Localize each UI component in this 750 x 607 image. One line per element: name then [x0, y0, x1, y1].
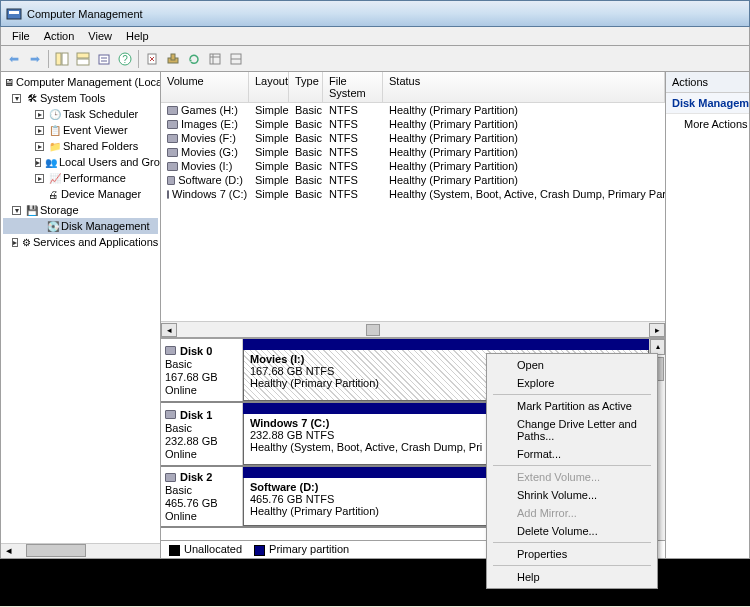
- tree-local-users[interactable]: ▸👥Local Users and Groups: [3, 154, 158, 170]
- vol-name: Windows 7 (C:): [172, 188, 247, 200]
- menu-help[interactable]: Help: [119, 29, 156, 43]
- disk-label[interactable]: Disk 2Basic465.76 GBOnline: [161, 467, 243, 526]
- volume-icon: [167, 176, 175, 185]
- vol-name: Movies (F:): [181, 132, 236, 144]
- disk-size: 465.76 GB: [165, 497, 238, 509]
- volume-hscrollbar[interactable]: ◂ ▸: [161, 321, 665, 337]
- actions-diskmgmt[interactable]: Disk Management: [666, 93, 749, 114]
- actions-pane: Actions Disk Management More Actions: [666, 72, 749, 558]
- partition-status: Healthy (Primary Partition): [250, 505, 379, 517]
- disk-icon: [165, 410, 176, 419]
- volume-row[interactable]: Movies (I:)SimpleBasicNTFSHealthy (Prima…: [161, 159, 665, 173]
- vol-type: Basic: [289, 104, 323, 116]
- collapse-icon[interactable]: ▾: [12, 94, 21, 103]
- vol-name: Images (E:): [181, 118, 238, 130]
- disk-status: Online: [165, 510, 238, 522]
- menu-view[interactable]: View: [81, 29, 119, 43]
- scroll-right-icon[interactable]: ▸: [649, 323, 665, 337]
- tree-task-scheduler[interactable]: ▸🕒Task Scheduler: [3, 106, 158, 122]
- col-layout[interactable]: Layout: [249, 72, 289, 102]
- ctx-mark-active[interactable]: Mark Partition as Active: [489, 397, 655, 415]
- tool-button-6[interactable]: [163, 49, 183, 69]
- ctx-shrink[interactable]: Shrink Volume...: [489, 486, 655, 504]
- help-button[interactable]: ?: [115, 49, 135, 69]
- expand-icon[interactable]: ▸: [35, 126, 44, 135]
- context-menu: Open Explore Mark Partition as Active Ch…: [486, 353, 658, 589]
- disk-icon: 💽: [46, 220, 59, 233]
- tree-services[interactable]: ▸⚙Services and Applications: [3, 234, 158, 250]
- expand-icon[interactable]: ▸: [35, 158, 41, 167]
- volume-row[interactable]: Windows 7 (C:)SimpleBasicNTFSHealthy (Sy…: [161, 187, 665, 201]
- volume-row[interactable]: Software (D:)SimpleBasicNTFSHealthy (Pri…: [161, 173, 665, 187]
- col-fs[interactable]: File System: [323, 72, 383, 102]
- collapse-icon[interactable]: ▾: [12, 206, 21, 215]
- toolbar: ⬅ ➡ ?: [0, 46, 750, 72]
- primary-swatch-icon: [254, 545, 265, 556]
- disk-title: Disk 0: [180, 345, 212, 357]
- expand-icon[interactable]: ▸: [12, 238, 18, 247]
- vol-fs: NTFS: [323, 146, 383, 158]
- disk-status: Online: [165, 448, 238, 460]
- menu-action[interactable]: Action: [37, 29, 82, 43]
- services-icon: ⚙: [22, 236, 31, 249]
- properties-button[interactable]: [94, 49, 114, 69]
- tool-button-8[interactable]: [205, 49, 225, 69]
- svg-rect-14: [210, 54, 220, 64]
- tree-shared-folders[interactable]: ▸📁Shared Folders: [3, 138, 158, 154]
- disk-status: Online: [165, 384, 238, 396]
- tree-systools[interactable]: ▾🛠System Tools: [3, 90, 158, 106]
- volume-row[interactable]: Games (H:)SimpleBasicNTFSHealthy (Primar…: [161, 103, 665, 117]
- volume-row[interactable]: Movies (F:)SimpleBasicNTFSHealthy (Prima…: [161, 131, 665, 145]
- disk-label[interactable]: Disk 1Basic232.88 GBOnline: [161, 403, 243, 465]
- col-volume[interactable]: Volume: [161, 72, 249, 102]
- view-button-2[interactable]: [73, 49, 93, 69]
- vol-status: Healthy (System, Boot, Active, Crash Dum…: [383, 188, 665, 200]
- tree-hscrollbar[interactable]: ◂: [1, 543, 160, 558]
- expand-icon[interactable]: ▸: [35, 174, 44, 183]
- forward-button[interactable]: ➡: [25, 49, 45, 69]
- volume-row[interactable]: Movies (G:)SimpleBasicNTFSHealthy (Prima…: [161, 145, 665, 159]
- tree-performance[interactable]: ▸📈Performance: [3, 170, 158, 186]
- svg-rect-13: [171, 54, 175, 60]
- tree-label: Device Manager: [61, 188, 141, 200]
- ctx-format[interactable]: Format...: [489, 445, 655, 463]
- menu-file[interactable]: File: [5, 29, 37, 43]
- tree-storage[interactable]: ▾💾Storage: [3, 202, 158, 218]
- back-button[interactable]: ⬅: [4, 49, 24, 69]
- ctx-delete[interactable]: Delete Volume...: [489, 522, 655, 540]
- ctx-change-letter[interactable]: Change Drive Letter and Paths...: [489, 415, 655, 445]
- scrollbar-thumb[interactable]: [366, 324, 380, 336]
- tool-button-5[interactable]: [142, 49, 162, 69]
- vol-status: Healthy (Primary Partition): [383, 132, 665, 144]
- col-status[interactable]: Status: [383, 72, 665, 102]
- col-type[interactable]: Type: [289, 72, 323, 102]
- perf-icon: 📈: [48, 172, 61, 185]
- menu-separator: [493, 565, 651, 566]
- tree-root[interactable]: 🖥Computer Management (Local): [3, 74, 158, 90]
- title-bar: Computer Management: [0, 0, 750, 27]
- ctx-properties[interactable]: Properties: [489, 545, 655, 563]
- disk-label[interactable]: Disk 0Basic167.68 GBOnline: [161, 339, 243, 401]
- volume-row[interactable]: Images (E:)SimpleBasicNTFSHealthy (Prima…: [161, 117, 665, 131]
- ctx-open[interactable]: Open: [489, 356, 655, 374]
- expand-icon[interactable]: ▸: [35, 110, 44, 119]
- view-button-1[interactable]: [52, 49, 72, 69]
- actions-header: Actions: [666, 72, 749, 93]
- tree-event-viewer[interactable]: ▸📋Event Viewer: [3, 122, 158, 138]
- refresh-button[interactable]: [184, 49, 204, 69]
- actions-more[interactable]: More Actions: [666, 114, 749, 134]
- ctx-explore[interactable]: Explore: [489, 374, 655, 392]
- vol-status: Healthy (Primary Partition): [383, 104, 665, 116]
- tool-button-9[interactable]: [226, 49, 246, 69]
- tree-disk-management[interactable]: 💽Disk Management: [3, 218, 158, 234]
- partition-status: Healthy (System, Boot, Active, Crash Dum…: [250, 441, 482, 453]
- tree-label: Performance: [63, 172, 126, 184]
- scroll-left-icon[interactable]: ◂: [161, 323, 177, 337]
- tree-device-manager[interactable]: 🖨Device Manager: [3, 186, 158, 202]
- expand-icon[interactable]: ▸: [35, 142, 44, 151]
- tree-label: Disk Management: [61, 220, 150, 232]
- legend-unallocated: Unallocated: [169, 543, 242, 556]
- ctx-help[interactable]: Help: [489, 568, 655, 586]
- vol-status: Healthy (Primary Partition): [383, 118, 665, 130]
- app-icon: [6, 6, 22, 22]
